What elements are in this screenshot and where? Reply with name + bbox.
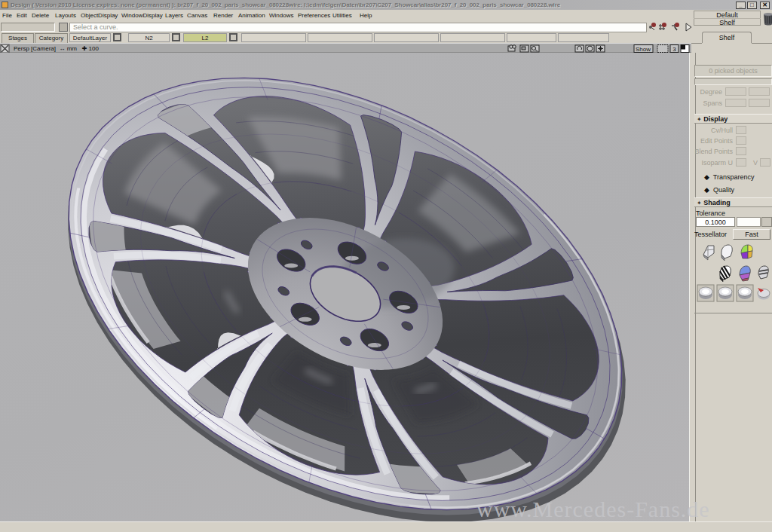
svg-text:3: 3 — [672, 46, 676, 53]
svg-text:Show: Show — [636, 46, 651, 53]
